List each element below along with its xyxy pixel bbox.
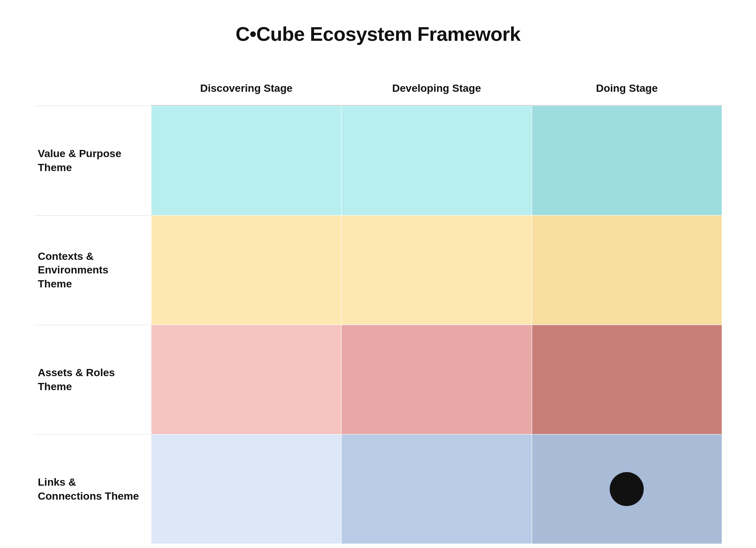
cell-value-purpose-doing xyxy=(532,106,722,215)
cell-links-doing xyxy=(532,434,722,544)
dot-indicator xyxy=(610,472,644,506)
cell-assets-developing xyxy=(341,325,531,434)
header-discovering: Discovering Stage xyxy=(151,72,341,106)
cell-contexts-doing xyxy=(532,215,722,325)
header-developing: Developing Stage xyxy=(341,72,531,106)
row-label-links: Links & Connections Theme xyxy=(34,434,151,544)
row-label-assets: Assets & Roles Theme xyxy=(34,325,151,434)
header-doing: Doing Stage xyxy=(532,72,722,106)
cell-contexts-developing xyxy=(341,215,531,325)
cell-value-purpose-developing xyxy=(341,106,531,215)
cell-assets-doing xyxy=(532,325,722,434)
header-empty-cell xyxy=(34,72,151,106)
cell-links-developing xyxy=(341,434,531,544)
page-title: C•Cube Ecosystem Framework xyxy=(235,23,521,45)
framework-grid: Discovering Stage Developing Stage Doing… xyxy=(34,72,722,544)
cell-links-discovering xyxy=(151,434,341,544)
cell-contexts-discovering xyxy=(151,215,341,325)
row-label-value-purpose: Value & Purpose Theme xyxy=(34,106,151,215)
row-label-contexts: Contexts & Environments Theme xyxy=(34,215,151,325)
cell-value-purpose-discovering xyxy=(151,106,341,215)
cell-assets-discovering xyxy=(151,325,341,434)
